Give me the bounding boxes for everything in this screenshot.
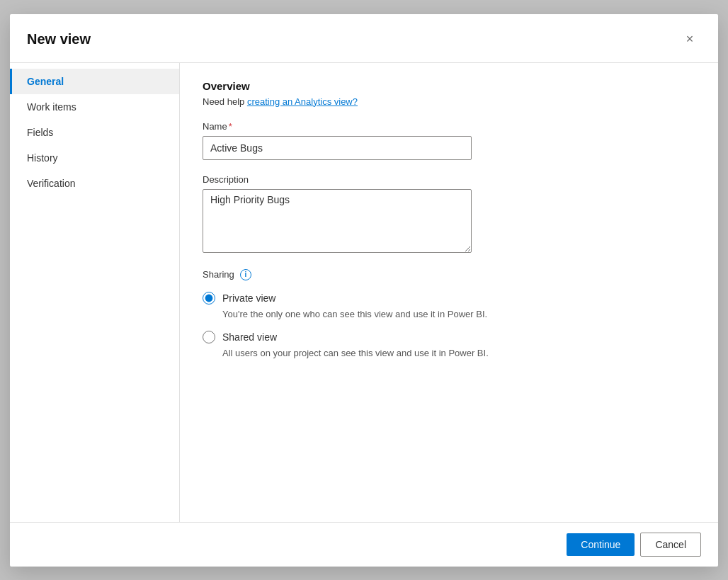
shared-view-description: All users on your project can see this v… bbox=[222, 348, 695, 358]
shared-view-row: Shared view bbox=[203, 331, 695, 343]
dialog-body: General Work items Fields History Verifi… bbox=[10, 62, 718, 522]
sidebar-item-label-fields: Fields bbox=[27, 127, 53, 138]
sharing-header: Sharing i bbox=[203, 269, 695, 280]
sidebar-item-history[interactable]: History bbox=[10, 145, 179, 171]
name-form-group: Name* bbox=[203, 121, 695, 160]
name-label: Name* bbox=[203, 121, 695, 132]
analytics-view-link[interactable]: creating an Analytics view? bbox=[247, 96, 358, 107]
shared-view-option: Shared view All users on your project ca… bbox=[203, 331, 695, 358]
private-view-radio[interactable] bbox=[203, 292, 215, 305]
dialog-overlay: New view × General Work items Fields His… bbox=[0, 0, 728, 580]
close-icon: × bbox=[686, 32, 694, 47]
sidebar-item-label-verification: Verification bbox=[27, 178, 75, 189]
cancel-button[interactable]: Cancel bbox=[640, 533, 701, 557]
help-text: Need help creating an Analytics view? bbox=[203, 96, 695, 107]
sidebar: General Work items Fields History Verifi… bbox=[10, 63, 180, 522]
sidebar-item-label-general: General bbox=[27, 76, 64, 87]
sidebar-item-fields[interactable]: Fields bbox=[10, 120, 179, 145]
sidebar-item-label-history: History bbox=[27, 152, 58, 164]
overview-title: Overview bbox=[203, 80, 695, 92]
info-icon[interactable]: i bbox=[240, 269, 251, 280]
description-textarea[interactable]: High Priority Bugs bbox=[203, 189, 472, 253]
required-star: * bbox=[229, 121, 232, 132]
dialog-footer: Continue Cancel bbox=[10, 522, 718, 567]
main-content: Overview Need help creating an Analytics… bbox=[180, 63, 718, 522]
sidebar-item-general[interactable]: General bbox=[10, 69, 179, 94]
continue-button[interactable]: Continue bbox=[567, 533, 635, 556]
shared-view-label[interactable]: Shared view bbox=[222, 331, 277, 343]
sidebar-item-verification[interactable]: Verification bbox=[10, 171, 179, 196]
dialog-title: New view bbox=[27, 31, 91, 47]
name-input[interactable] bbox=[203, 136, 472, 160]
shared-view-radio[interactable] bbox=[203, 331, 215, 343]
description-label: Description bbox=[203, 174, 695, 185]
sidebar-item-label-work-items: Work items bbox=[27, 101, 76, 113]
private-view-option: Private view You're the only one who can… bbox=[203, 292, 695, 319]
private-view-label[interactable]: Private view bbox=[222, 292, 275, 304]
close-button[interactable]: × bbox=[678, 28, 701, 51]
sharing-section: Sharing i Private view You're the only o… bbox=[203, 269, 695, 358]
private-view-row: Private view bbox=[203, 292, 695, 305]
sharing-label: Sharing bbox=[203, 269, 234, 280]
description-form-group: Description High Priority Bugs bbox=[203, 174, 695, 255]
help-prefix: Need help bbox=[203, 96, 247, 107]
dialog-header: New view × bbox=[10, 14, 718, 62]
private-view-description: You're the only one who can see this vie… bbox=[222, 309, 695, 319]
dialog: New view × General Work items Fields His… bbox=[10, 14, 718, 567]
sidebar-item-work-items[interactable]: Work items bbox=[10, 94, 179, 120]
